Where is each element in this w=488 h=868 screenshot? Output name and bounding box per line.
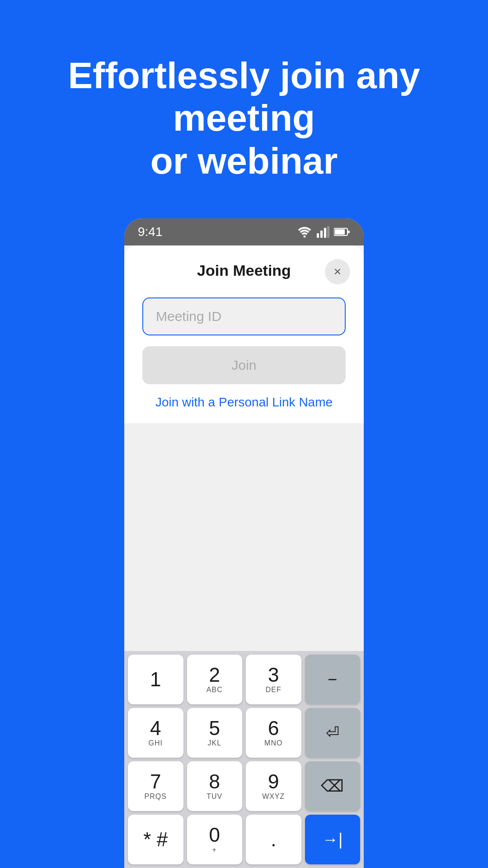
keyboard-key-3-1[interactable]: 0+: [187, 815, 243, 864]
join-meeting-modal: Join Meeting × Join Join with a Personal…: [124, 245, 364, 868]
wifi-icon: [297, 226, 312, 238]
keyboard-key-3-0[interactable]: * #: [128, 815, 183, 864]
keyboard-key-2-1[interactable]: 8TUV: [187, 761, 243, 811]
keyboard-key-0-2[interactable]: 3DEF: [246, 655, 301, 704]
keyboard-key-1-1[interactable]: 5JKL: [187, 708, 243, 758]
keyboard-key-0-1[interactable]: 2ABC: [187, 655, 243, 704]
keyboard-key-0-3[interactable]: −: [305, 655, 361, 704]
svg-rect-3: [324, 228, 326, 238]
personal-link-button[interactable]: Join with a Personal Link Name: [142, 395, 346, 410]
modal-body: Join Join with a Personal Link Name: [124, 288, 364, 423]
svg-rect-2: [320, 231, 323, 238]
modal-spacer: [124, 423, 364, 651]
svg-rect-7: [348, 231, 350, 233]
svg-point-0: [304, 235, 306, 237]
keyboard-key-3-3[interactable]: →|: [305, 815, 361, 864]
svg-rect-4: [327, 226, 329, 238]
modal-title: Join Meeting: [197, 262, 291, 279]
keyboard-key-3-2[interactable]: .: [246, 815, 301, 864]
keyboard-key-1-0[interactable]: 4GHI: [128, 708, 183, 758]
keyboard-key-1-3[interactable]: ⏎: [305, 708, 361, 758]
status-bar: 9:41: [124, 218, 364, 245]
hero-heading: Effortlessly join any meeting or webinar: [0, 54, 488, 182]
battery-icon: [334, 227, 350, 236]
hero-line2: or webinar: [150, 140, 338, 181]
keyboard-key-1-2[interactable]: 6MNO: [246, 708, 301, 758]
close-button[interactable]: ×: [325, 259, 350, 284]
hero-line1: Effortlessly join any meeting: [68, 55, 420, 138]
svg-rect-6: [335, 229, 345, 235]
modal-header: Join Meeting ×: [124, 245, 364, 288]
keyboard-key-2-0[interactable]: 7PRQS: [128, 761, 183, 811]
keyboard-key-0-0[interactable]: 1: [128, 655, 183, 704]
numeric-keyboard: 12ABC3DEF−4GHI5JKL6MNO⏎7PRQS8TUV9WXYZ⌫* …: [124, 651, 364, 868]
keyboard-key-2-2[interactable]: 9WXYZ: [246, 761, 301, 811]
svg-rect-1: [317, 233, 319, 238]
keyboard-key-2-3[interactable]: ⌫: [305, 761, 361, 811]
phone-mockup: 9:41 J: [124, 218, 364, 868]
status-icons: [297, 226, 350, 238]
signal-icon: [317, 226, 329, 238]
status-time: 9:41: [138, 225, 163, 239]
join-button[interactable]: Join: [142, 346, 346, 384]
meeting-id-input[interactable]: [142, 297, 346, 335]
